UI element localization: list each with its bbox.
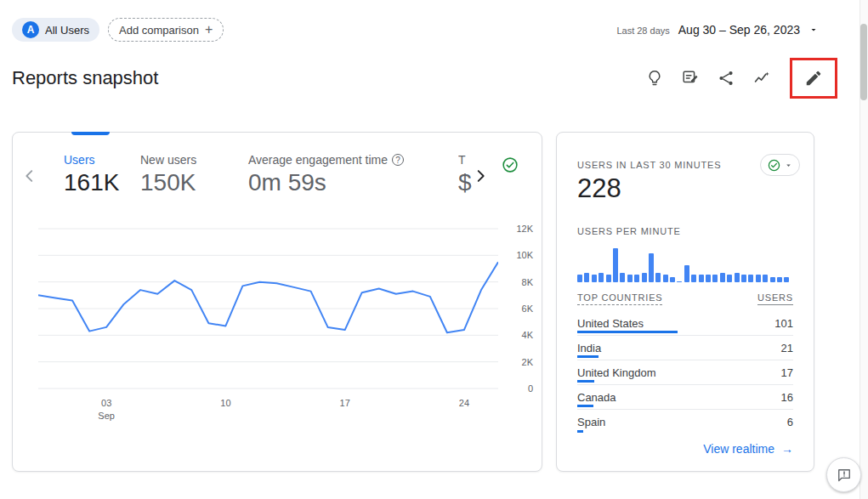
country-name: United Kingdom [577,366,656,379]
users-30min-value: 228 [577,173,621,204]
insights-lightbulb-icon[interactable] [644,67,666,89]
scrollbar-thumb[interactable] [860,24,867,100]
country-users: 6 [787,416,793,428]
share-icon[interactable] [715,67,737,89]
header-actions [644,58,837,99]
selected-metric-indicator [71,132,110,135]
metric-value: 0m 59s [248,169,404,196]
metrics-prev-button[interactable] [20,167,39,185]
highlight-box [790,58,837,99]
date-range-value: Aug 30 – Sep 26, 2023 [678,23,800,37]
check-circle-icon [767,158,781,173]
table-row: United States 101 [577,311,793,336]
metric-tab-users[interactable]: Users 161K [64,153,119,196]
metric-label: T [458,153,472,167]
edit-pencil-icon[interactable] [803,67,825,89]
chevron-down-icon [808,25,819,35]
customize-report-icon[interactable] [679,67,701,89]
all-users-label: All Users [45,24,89,37]
country-value-bar [577,380,594,383]
top-countries-table: TOP COUNTRIES USERS United States 101 In… [577,292,793,434]
page-title: Reports snapshot [12,67,158,89]
feedback-button[interactable] [826,457,861,492]
users-line-chart [38,222,498,392]
country-value-bar [577,430,583,433]
table-row: India 21 [577,336,793,360]
topbar: A All Users Add comparison + Last 28 day… [12,15,819,44]
country-name: Canada [577,391,616,404]
feedback-bubble-icon [836,467,853,484]
date-range-picker[interactable]: Last 28 days Aug 30 – Sep 26, 2023 [616,23,819,37]
table-row: Canada 16 [577,385,793,410]
header: Reports snapshot [12,56,837,100]
metric-tab-truncated[interactable]: T $ [458,153,472,196]
metric-label: Average engagement time ? [248,153,404,167]
metric-label: Users [64,153,119,167]
add-comparison-chip[interactable]: Add comparison + [108,18,224,42]
add-comparison-label: Add comparison [119,24,199,37]
metrics-next-button[interactable] [471,167,490,185]
country-value-bar [577,331,678,333]
country-users: 16 [781,391,793,404]
country-users: 21 [781,342,793,354]
scrollbar-track[interactable] [859,0,868,499]
country-users: 17 [781,366,793,379]
metrics-chart-card: Users 161K New users 150K Average engage… [12,132,542,472]
country-value-bar [577,405,593,407]
line-chart-y-axis: 02K4K6K8K10K12K [504,222,533,395]
table-row: United Kingdom 17 [577,360,793,385]
header-users: USERS [757,292,793,305]
country-name: United States [577,317,644,330]
line-chart-x-axis: 03Sep101724 [38,397,498,426]
all-users-chip[interactable]: A All Users [12,18,99,42]
country-value-bar [577,355,599,358]
users-30min-label: USERS IN LAST 30 MINUTES [577,160,721,170]
country-name: India [577,342,601,354]
header-top-countries[interactable]: TOP COUNTRIES [577,292,662,305]
country-name: Spain [577,416,605,428]
metric-tab-new-users[interactable]: New users 150K [140,153,196,196]
metric-label: New users [140,153,196,167]
realtime-card: USERS IN LAST 30 MINUTES 228 USERS PER M… [556,132,814,472]
table-row: Spain 6 [577,410,793,434]
users-per-minute-label: USERS PER MINUTE [577,226,681,236]
insights-trend-icon[interactable] [751,67,773,89]
metric-tab-avg-engagement-time[interactable]: Average engagement time ? 0m 59s [248,153,404,196]
chevron-down-icon [784,161,793,170]
metric-label-text: Average engagement time [248,153,388,167]
date-range-prefix: Last 28 days [616,26,669,36]
arrow-right-icon: → [781,442,793,456]
view-realtime-link[interactable]: View realtime → [703,442,793,456]
realtime-status-dropdown[interactable] [760,154,800,176]
data-quality-check-icon[interactable] [501,156,519,174]
metric-value: $ [458,169,472,196]
plus-icon: + [205,23,213,37]
users-per-minute-bar-chart [577,245,793,282]
metric-value: 150K [140,169,196,196]
view-realtime-label: View realtime [703,442,774,456]
country-users: 101 [774,317,793,330]
table-header: TOP COUNTRIES USERS [577,292,793,311]
metric-value: 161K [64,169,119,196]
help-info-icon[interactable]: ? [392,154,404,166]
all-users-avatar: A [22,21,39,38]
reports-snapshot-page: A All Users Add comparison + Last 28 day… [0,0,868,499]
